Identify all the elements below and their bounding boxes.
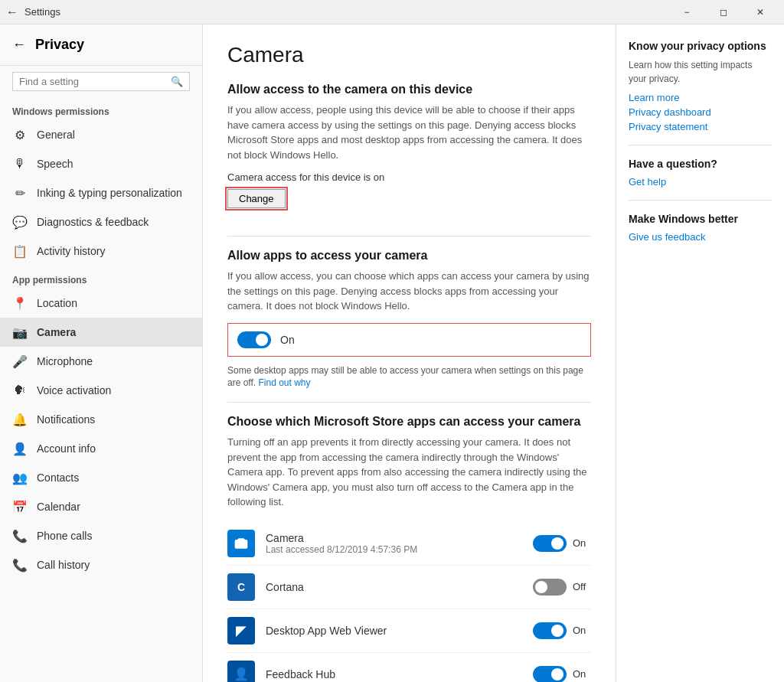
sidebar-item-location-label: Location xyxy=(37,297,77,309)
desktop-app-name: Desktop App Web Viewer xyxy=(266,625,522,637)
cortana-app-toggle-area: Off xyxy=(533,579,591,596)
sidebar-item-inking[interactable]: ✏ Inking & typing personalization xyxy=(0,178,202,207)
sidebar-nav-top: ← Privacy xyxy=(0,24,202,66)
camera-app-toggle[interactable] xyxy=(533,535,567,552)
search-input[interactable] xyxy=(19,76,171,87)
sidebar-item-activity[interactable]: 📋 Activity history xyxy=(0,237,202,266)
diagnostics-icon: 💬 xyxy=(12,214,28,230)
sidebar-item-contacts-label: Contacts xyxy=(37,472,79,484)
sidebar-item-microphone[interactable]: 🎤 Microphone xyxy=(0,347,202,376)
privacy-statement-link[interactable]: Privacy statement xyxy=(629,121,772,132)
learn-more-link[interactable]: Learn more xyxy=(629,92,772,103)
apps-toggle-thumb xyxy=(256,334,268,346)
desktop-app-icon: ◤ xyxy=(227,617,255,644)
minimize-button[interactable]: − xyxy=(669,0,704,24)
sidebar-item-general[interactable]: ⚙ General xyxy=(0,120,202,149)
voice-activation-icon: 🗣 xyxy=(12,383,28,398)
sidebar-item-speech-label: Speech xyxy=(37,158,73,170)
divider-1 xyxy=(227,236,591,237)
cortana-app-toggle[interactable] xyxy=(533,579,567,596)
app-row-camera: Camera Last accessed 8/12/2019 4:57:36 P… xyxy=(227,522,591,566)
cortana-app-icon: C xyxy=(227,573,255,601)
camera-toggle-label: On xyxy=(573,537,591,549)
restore-button[interactable]: ◻ xyxy=(706,0,741,24)
sidebar-item-general-label: General xyxy=(37,129,75,141)
sidebar-item-call-history[interactable]: 📞 Call history xyxy=(0,550,202,579)
sidebar-item-speech[interactable]: 🎙 Speech xyxy=(0,149,202,178)
cortana-app-info: Cortana xyxy=(266,581,522,593)
close-button[interactable]: ✕ xyxy=(743,0,778,24)
call-history-icon: 📞 xyxy=(12,557,28,573)
divider-2 xyxy=(227,402,591,403)
microphone-icon: 🎤 xyxy=(12,354,28,369)
desktop-toggle-thumb xyxy=(551,625,564,637)
activity-icon: 📋 xyxy=(12,243,28,259)
sidebar-item-notifications-label: Notifications xyxy=(37,413,95,426)
sidebar-item-contacts[interactable]: 👥 Contacts xyxy=(0,463,202,492)
feedback-hub-info: Feedback Hub xyxy=(266,668,522,680)
sidebar-item-notifications[interactable]: 🔔 Notifications xyxy=(0,405,202,434)
back-icon: ← xyxy=(12,37,26,53)
app-row-desktop-web-viewer: ◤ Desktop App Web Viewer On xyxy=(227,609,591,653)
location-icon: 📍 xyxy=(12,295,28,311)
store-apps-section: Choose which Microsoft Store apps can ac… xyxy=(227,415,591,682)
sidebar-item-calendar-label: Calendar xyxy=(37,501,80,513)
title-bar-title: Settings xyxy=(24,6,60,18)
sidebar-back-button[interactable]: ← Privacy xyxy=(0,31,202,59)
feedback-hub-name: Feedback Hub xyxy=(266,668,522,680)
phone-calls-icon: 📞 xyxy=(12,528,28,543)
get-help-link[interactable]: Get help xyxy=(629,176,772,188)
inking-icon: ✏ xyxy=(12,185,28,201)
desktop-app-toggle-area: On xyxy=(533,622,591,639)
sidebar-item-diagnostics[interactable]: 💬 Diagnostics & feedback xyxy=(0,207,202,237)
camera-app-name: Camera xyxy=(266,532,522,544)
apps-section-desc: If you allow access, you can choose whic… xyxy=(227,269,591,314)
apps-toggle[interactable] xyxy=(237,331,271,348)
app-container: ← Privacy 🔍 Windows permissions ⚙ Genera… xyxy=(0,24,784,682)
device-status-text: Camera access for this device is on xyxy=(227,171,591,183)
camera-app-info: Camera Last accessed 8/12/2019 4:57:36 P… xyxy=(266,532,522,555)
sidebar-item-phone-calls[interactable]: 📞 Phone calls xyxy=(0,521,202,550)
sidebar-item-account-info-label: Account info xyxy=(37,442,96,455)
camera-app-sub: Last accessed 8/12/2019 4:57:36 PM xyxy=(266,544,522,555)
sidebar-item-location[interactable]: 📍 Location xyxy=(0,289,202,318)
desktop-toggle-label: On xyxy=(573,625,591,636)
give-feedback-link[interactable]: Give us feedback xyxy=(629,231,772,243)
sidebar-item-camera[interactable]: 📷 Camera xyxy=(0,318,202,347)
sidebar: ← Privacy 🔍 Windows permissions ⚙ Genera… xyxy=(0,24,203,682)
back-arrow-icon[interactable]: ← xyxy=(6,5,18,19)
notifications-icon: 🔔 xyxy=(12,412,28,427)
cortana-app-name: Cortana xyxy=(266,581,522,593)
page-title: Camera xyxy=(227,43,591,67)
device-section-title: Allow access to the camera on this devic… xyxy=(227,83,591,96)
desktop-app-toggle[interactable] xyxy=(533,622,567,639)
sidebar-item-phone-calls-label: Phone calls xyxy=(37,530,92,542)
right-divider-2 xyxy=(629,200,772,201)
find-out-why-link[interactable]: Find out why xyxy=(258,377,310,388)
app-permissions-section: App permissions 📍 Location 📷 Camera 🎤 Mi… xyxy=(0,266,202,579)
apps-toggle-label: On xyxy=(280,334,295,346)
sidebar-item-activity-label: Activity history xyxy=(37,245,105,257)
cortana-toggle-thumb xyxy=(535,581,547,593)
sidebar-item-account-info[interactable]: 👤 Account info xyxy=(0,434,202,463)
sidebar-item-inking-label: Inking & typing personalization xyxy=(37,187,182,199)
know-privacy-title: Know your privacy options xyxy=(629,40,772,52)
sidebar-item-diagnostics-label: Diagnostics & feedback xyxy=(37,216,149,228)
cortana-toggle-label: Off xyxy=(573,581,591,592)
main-content: Camera Allow access to the camera on thi… xyxy=(203,24,616,682)
search-box[interactable]: 🔍 xyxy=(12,72,190,91)
apps-section-title: Allow apps to access your camera xyxy=(227,249,591,263)
sidebar-item-camera-label: Camera xyxy=(37,326,76,338)
know-privacy-desc: Learn how this setting impacts your priv… xyxy=(629,58,772,86)
camera-toggle-thumb xyxy=(551,537,564,550)
title-bar: ← Settings − ◻ ✕ xyxy=(0,0,784,24)
desktop-app-info: Desktop App Web Viewer xyxy=(266,625,522,637)
sidebar-item-calendar[interactable]: 📅 Calendar xyxy=(0,492,202,521)
apps-section: Allow apps to access your camera If you … xyxy=(227,249,591,390)
sidebar-item-call-history-label: Call history xyxy=(37,559,90,571)
feedback-hub-toggle[interactable] xyxy=(533,666,567,682)
change-button[interactable]: Change xyxy=(227,189,286,208)
sidebar-item-voice-activation[interactable]: 🗣 Voice activation xyxy=(0,376,202,405)
privacy-dashboard-link[interactable]: Privacy dashboard xyxy=(629,106,772,118)
speech-icon: 🎙 xyxy=(12,156,28,171)
